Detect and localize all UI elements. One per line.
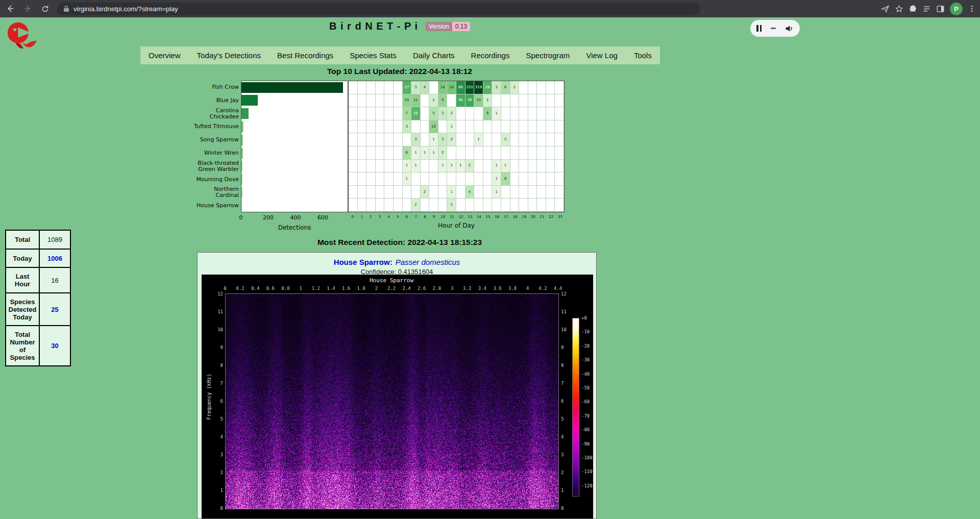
profile-avatar[interactable]: P — [950, 3, 963, 15]
extensions-icon[interactable] — [909, 5, 917, 13]
heat-cell — [349, 146, 358, 160]
colorbar-tick: -10 — [581, 329, 597, 334]
spectrogram-ytick-right: 7 — [561, 381, 572, 386]
stats-label: Total Number of Species — [6, 326, 39, 366]
url-bar[interactable]: virginia.birdnetpi.com/?stream=play — [57, 3, 700, 15]
nav-item-tools[interactable]: Tools — [630, 51, 656, 60]
colorbar-tick: -30 — [581, 357, 597, 362]
detections-bar — [241, 95, 258, 106]
heat-cell — [358, 81, 367, 94]
seek-bar[interactable] — [771, 28, 776, 29]
volume-icon[interactable] — [785, 24, 794, 33]
spectrogram-ytick-right: 6 — [561, 399, 572, 404]
spectrogram-xtick: 1.8 — [354, 286, 369, 291]
heat-cell — [403, 186, 412, 199]
heat-cell — [394, 172, 403, 186]
spectrogram-ytick-left: 3 — [212, 452, 223, 457]
heat-cell — [456, 133, 465, 146]
species-label: Mourning Dove — [193, 173, 239, 186]
heat-cell — [537, 172, 546, 186]
nav-item-recordings[interactable]: Recordings — [467, 51, 514, 60]
heat-cell: 27 — [403, 81, 412, 94]
heat-cell — [403, 133, 412, 146]
heat-cell — [366, 133, 376, 146]
heat-cell — [501, 120, 510, 134]
species-label: House Sparrow — [193, 199, 239, 212]
page-title: B i r d N E T - P i — [329, 20, 418, 32]
forward-button[interactable] — [20, 2, 35, 16]
heat-cell — [429, 172, 438, 186]
heat-cell — [555, 146, 564, 160]
heat-cell — [510, 94, 520, 108]
hour-axis-tick: 9 — [429, 215, 438, 219]
nav-item-overview[interactable]: Overview — [144, 51, 185, 60]
nav-item-best-recordings[interactable]: Best Recordings — [273, 51, 337, 60]
heat-cell — [483, 172, 493, 186]
spectrogram-xtick: 0.4 — [248, 286, 263, 291]
spectrogram: House Sparrow Frequency (kHz) 00.20.40.6… — [202, 275, 593, 518]
pause-button[interactable] — [756, 25, 762, 32]
heat-cell — [537, 133, 546, 146]
heat-cell — [519, 199, 528, 212]
heat-cell — [555, 172, 564, 186]
heat-cell — [384, 94, 394, 108]
spectrogram-ytick-left: 2 — [212, 470, 223, 475]
spectrogram-ytick-left: 5 — [212, 416, 223, 422]
heat-cell: 2 — [483, 94, 493, 108]
hour-axis-tick: 8 — [420, 215, 429, 219]
heat-cell — [366, 186, 376, 199]
stats-value-link[interactable]: 30 — [39, 326, 70, 366]
heat-cell — [546, 146, 555, 160]
spectrogram-xtick: 4.4 — [550, 286, 566, 291]
heat-cell — [546, 172, 555, 186]
nav-item-today-s-detections[interactable]: Today's Detections — [193, 51, 265, 60]
heat-cell — [537, 94, 546, 108]
heat-cell — [501, 186, 510, 199]
heat-cell — [358, 160, 367, 173]
detections-bar — [241, 121, 243, 132]
detections-bar — [241, 187, 242, 198]
spectrogram-ytick-right: 1 — [561, 488, 572, 493]
heat-cell — [555, 81, 564, 94]
heat-cell — [421, 120, 430, 134]
heat-cell — [376, 107, 385, 120]
heat-cell: 1 — [492, 186, 501, 199]
heat-cell — [483, 160, 493, 173]
nav-item-daily-charts[interactable]: Daily Charts — [409, 51, 459, 60]
heat-cell — [366, 160, 376, 173]
colorbar-tick: -120 — [581, 483, 597, 488]
side-panel-icon[interactable] — [936, 5, 945, 13]
reload-button[interactable] — [38, 2, 52, 16]
spectrogram-ytick-left: 4 — [212, 434, 223, 439]
spectrogram-xtick: 1.4 — [323, 286, 338, 291]
bar-xaxis-label: Detections — [241, 224, 348, 231]
heat-cell: 9 — [483, 107, 493, 120]
heat-cell — [546, 199, 555, 212]
heat-cell — [510, 146, 520, 160]
stats-value-link[interactable]: 25 — [39, 293, 70, 326]
heat-cell — [438, 199, 448, 212]
colorbar-tick: -110 — [581, 469, 597, 474]
nav-item-spectrogram[interactable]: Spectrogram — [522, 51, 574, 60]
kebab-menu-icon[interactable] — [968, 5, 976, 13]
bookmark-star-icon[interactable] — [895, 5, 903, 13]
send-icon[interactable] — [881, 5, 890, 13]
heat-cell — [376, 199, 385, 212]
heat-cell — [429, 81, 438, 94]
species-label: Fish Crow — [193, 81, 239, 94]
heat-cell — [366, 81, 376, 94]
reading-list-icon[interactable] — [922, 5, 931, 13]
spectrogram-ytick-left: 1 — [212, 488, 223, 493]
heat-cell — [421, 199, 430, 212]
nav-item-view-log[interactable]: View Log — [582, 51, 621, 60]
species-common-link[interactable]: House Sparrow: — [334, 258, 393, 266]
spectrogram-ytick-right: 3 — [561, 452, 572, 457]
spectrogram-ytick-right: 2 — [561, 470, 572, 475]
back-button[interactable] — [3, 2, 17, 16]
page: B i r d N E T - P i Version0.13 Overview… — [0, 17, 980, 519]
heat-cell — [546, 120, 555, 134]
heat-cell — [384, 199, 394, 212]
spectrogram-ytick-left: 10 — [212, 327, 223, 332]
nav-item-species-stats[interactable]: Species Stats — [346, 51, 401, 60]
stats-value-link[interactable]: 1006 — [39, 249, 70, 267]
